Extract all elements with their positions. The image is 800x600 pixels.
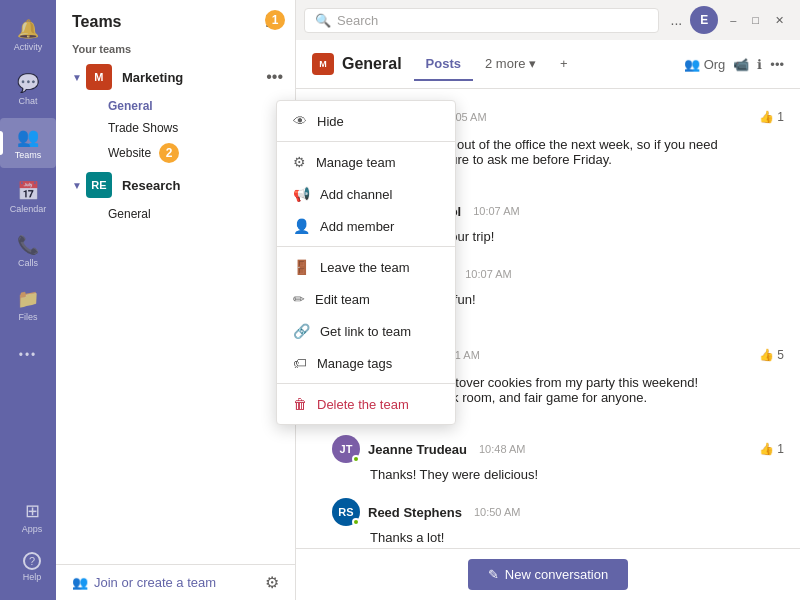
channel-item-website[interactable]: Website 2	[56, 139, 295, 167]
channel-more-button[interactable]: •••	[770, 57, 784, 72]
expand-icon-research: ▼	[72, 180, 82, 191]
msg-time-reed: 10:50 AM	[474, 506, 520, 518]
menu-label-edit-team: Edit team	[315, 292, 370, 307]
marketing-avatar: M	[86, 64, 112, 90]
message-group-6: RS Reed Stephens 10:50 AM Thanks a lot! …	[312, 498, 784, 548]
join-team-label: Join or create a team	[94, 575, 216, 590]
nav-item-files[interactable]: 📁 Files	[0, 280, 56, 330]
msg-time-lucas: 10:07 AM	[465, 268, 511, 280]
channel-item-research-general[interactable]: General	[56, 203, 295, 225]
more-options-button[interactable]: ...	[667, 8, 687, 32]
menu-item-get-link[interactable]: 🔗 Get link to team	[277, 315, 455, 347]
new-conv-icon: ✎	[488, 567, 499, 582]
more-icon: •••	[19, 348, 38, 362]
new-conversation-button[interactable]: ✎ New conversation	[468, 559, 628, 590]
nav-bar: 🔔 Activity 💬 Chat 👥 Teams 📅 Calendar 📞 C…	[0, 0, 56, 600]
nav-label-activity: Activity	[14, 42, 43, 52]
close-button[interactable]: ✕	[767, 0, 792, 40]
menu-item-delete-team[interactable]: 🗑 Delete the team	[277, 388, 455, 420]
menu-divider-1	[277, 141, 455, 142]
help-icon: ?	[23, 552, 41, 570]
tab-add[interactable]: +	[548, 48, 580, 81]
channel-team-avatar: M	[312, 53, 334, 75]
info-icon[interactable]: ℹ	[757, 57, 762, 72]
menu-item-leave-team[interactable]: 🚪 Leave the team	[277, 251, 455, 283]
menu-item-add-channel[interactable]: 📢 Add channel	[277, 178, 455, 210]
teams-title: Teams	[72, 13, 122, 31]
nav-item-calendar[interactable]: 📅 Calendar	[0, 172, 56, 222]
menu-label-add-member: Add member	[320, 219, 394, 234]
org-button[interactable]: 👥 Org	[684, 57, 725, 72]
msg-time-jeanne: 10:48 AM	[479, 443, 525, 455]
nav-label-teams: Teams	[15, 150, 42, 160]
research-avatar: RE	[86, 172, 112, 198]
msg-like-jeanne[interactable]: 👍 1	[759, 442, 784, 456]
team-item-marketing[interactable]: ▼ M Marketing •••	[56, 59, 295, 95]
nav-item-activity[interactable]: 🔔 Activity	[0, 10, 56, 60]
nav-item-apps[interactable]: ⊞ Apps	[4, 492, 60, 542]
menu-label-manage-team: Manage team	[316, 155, 396, 170]
manage-team-icon: ⚙	[293, 154, 306, 170]
menu-divider-2	[277, 246, 455, 247]
menu-label-get-link: Get link to team	[320, 324, 411, 339]
menu-label-manage-tags: Manage tags	[317, 356, 392, 371]
msg-like-cas[interactable]: 👍 5	[759, 348, 784, 362]
hide-icon: 👁	[293, 113, 307, 129]
msg-header-6: RS Reed Stephens 10:50 AM	[332, 498, 784, 526]
titlebar: 🔍 Search ... E – □ ✕	[296, 0, 800, 40]
nav-item-calls[interactable]: 📞 Calls	[0, 226, 56, 276]
nav-item-more[interactable]: •••	[0, 340, 56, 372]
join-team-icon: 👥	[72, 575, 88, 590]
settings-icon[interactable]: ⚙	[265, 573, 279, 592]
tab-more[interactable]: 2 more ▾	[473, 48, 548, 81]
channel-item-tradeshows[interactable]: Trade Shows	[56, 117, 295, 139]
join-team-button[interactable]: 👥 Join or create a team	[72, 575, 216, 590]
teams-footer: 👥 Join or create a team ⚙	[56, 564, 295, 600]
avatar-reed: RS	[332, 498, 360, 526]
menu-item-add-member[interactable]: 👤 Add member	[277, 210, 455, 242]
maximize-button[interactable]: □	[744, 0, 767, 40]
channel-tabs: Posts 2 more ▾ +	[414, 48, 580, 80]
calendar-icon: 📅	[17, 180, 39, 202]
search-icon: 🔍	[315, 13, 331, 28]
channel-header: M General Posts 2 more ▾ + 👥 Org 📹 ℹ •••	[296, 40, 800, 89]
channel-item-general[interactable]: General	[56, 95, 295, 117]
menu-label-hide: Hide	[317, 114, 344, 129]
nav-item-help[interactable]: ? Help	[4, 544, 60, 590]
menu-label-delete-team: Delete the team	[317, 397, 409, 412]
nav-item-teams[interactable]: 👥 Teams	[0, 118, 56, 168]
apps-icon: ⊞	[25, 500, 40, 522]
msg-like-erika[interactable]: 👍 1	[759, 110, 784, 124]
menu-divider-3	[277, 383, 455, 384]
menu-item-hide[interactable]: 👁 Hide	[277, 105, 455, 137]
manage-tags-icon: 🏷	[293, 355, 307, 371]
bottom-bar: ✎ New conversation	[296, 548, 800, 600]
teams-icon: 👥	[17, 126, 39, 148]
team-item-research[interactable]: ▼ RE Research	[56, 167, 295, 203]
video-icon[interactable]: 📹	[733, 57, 749, 72]
research-name: Research	[122, 178, 287, 193]
online-dot-reed	[352, 518, 360, 526]
nav-item-chat[interactable]: 💬 Chat	[0, 64, 56, 114]
user-avatar[interactable]: E	[690, 6, 718, 34]
delete-team-icon: 🗑	[293, 396, 307, 412]
menu-label-leave-team: Leave the team	[320, 260, 410, 275]
nav-label-apps: Apps	[22, 524, 43, 534]
titlebar-right: ... E – □ ✕	[667, 0, 800, 40]
menu-item-edit-team[interactable]: ✏ Edit team	[277, 283, 455, 315]
online-dot-jeanne	[352, 455, 360, 463]
leave-team-icon: 🚪	[293, 259, 310, 275]
menu-item-manage-team[interactable]: ⚙ Manage team	[277, 146, 455, 178]
marketing-more-button[interactable]: •••	[262, 66, 287, 88]
msg-body-reed: Thanks a lot!	[332, 530, 784, 545]
menu-label-add-channel: Add channel	[320, 187, 392, 202]
teams-header-icons: ☰ 1	[265, 12, 279, 31]
tab-posts[interactable]: Posts	[414, 48, 473, 81]
menu-item-manage-tags[interactable]: 🏷 Manage tags	[277, 347, 455, 379]
badge-1: 1	[265, 10, 285, 30]
search-bar[interactable]: 🔍 Search	[304, 8, 659, 33]
minimize-button[interactable]: –	[722, 0, 744, 40]
msg-name-jeanne: Jeanne Trudeau	[368, 442, 467, 457]
channel-title: General	[342, 55, 402, 73]
marketing-name: Marketing	[122, 70, 262, 85]
